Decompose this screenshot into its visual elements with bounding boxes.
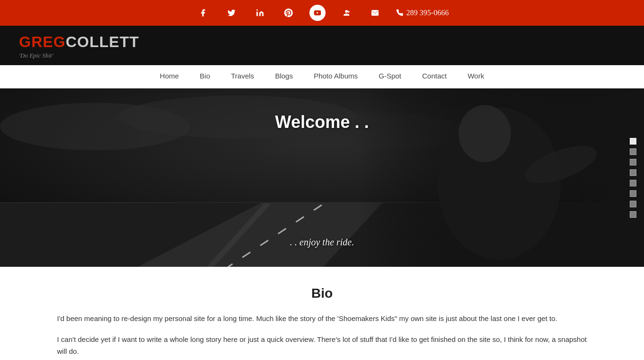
hero-enjoy-text: . . enjoy the ride. <box>0 237 644 248</box>
logo-tagline: 'Do Epic Shit' <box>19 52 139 59</box>
nav-photo-albums[interactable]: Photo Albums <box>303 65 368 88</box>
email-icon[interactable] <box>367 5 383 20</box>
bio-paragraph-2: I can't decide yet if I want to write a … <box>57 333 587 358</box>
bio-section: Bio I'd been meaning to re-design my per… <box>0 267 644 360</box>
google-plus-icon[interactable] <box>339 5 354 20</box>
svg-rect-15 <box>570 136 618 146</box>
linkedin-icon[interactable] <box>252 5 268 20</box>
scroll-dot-3[interactable] <box>630 159 636 165</box>
scroll-dot-1[interactable] <box>630 138 636 145</box>
twitter-icon[interactable] <box>224 5 239 20</box>
scroll-dot-2[interactable] <box>630 148 636 155</box>
scroll-dot-6[interactable] <box>630 190 636 197</box>
scroll-dot-8[interactable] <box>630 211 636 218</box>
phone-number: 289 395-0666 <box>396 9 449 17</box>
hero-welcome-text: Welcome . . <box>0 112 644 132</box>
nav-blogs[interactable]: Blogs <box>265 65 304 88</box>
bio-paragraph-1: I'd been meaning to re-design my persona… <box>57 312 587 325</box>
scroll-dot-4[interactable] <box>630 169 636 176</box>
svg-point-0 <box>256 10 258 11</box>
bio-title: Bio <box>57 286 587 301</box>
pinterest-icon[interactable] <box>281 5 296 20</box>
social-bar: 289 395-0666 <box>0 0 644 26</box>
nav-contact[interactable]: Contact <box>412 65 457 88</box>
header: GREG COLLETT 'Do Epic Shit' <box>0 26 644 65</box>
main-nav: Home Bio Travels Blogs Photo Albums G-Sp… <box>0 65 644 88</box>
scroll-dot-7[interactable] <box>630 201 636 207</box>
nav-home[interactable]: Home <box>149 65 189 88</box>
hero-banner: Welcome . . . . enjoy the ride. <box>0 88 644 267</box>
facebook-icon[interactable] <box>195 5 211 20</box>
nav-travels[interactable]: Travels <box>221 65 265 88</box>
scroll-dot-5[interactable] <box>630 180 636 186</box>
nav-g-spot[interactable]: G-Spot <box>368 65 412 88</box>
logo-collett: COLLETT <box>66 33 139 51</box>
nav-work[interactable]: Work <box>457 65 495 88</box>
nav-bio[interactable]: Bio <box>189 65 221 88</box>
logo[interactable]: GREG COLLETT 'Do Epic Shit' <box>19 33 139 59</box>
scroll-indicators <box>630 138 636 218</box>
logo-greg: GREG <box>19 33 66 51</box>
youtube-icon[interactable] <box>309 5 326 21</box>
